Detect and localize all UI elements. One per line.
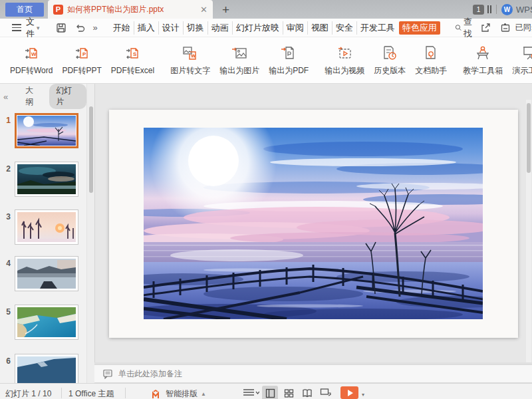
tab-security[interactable]: 安全 [332, 21, 356, 35]
slide-thumbnail-4[interactable] [15, 256, 78, 291]
normal-view-button[interactable] [262, 386, 278, 399]
document-tab[interactable]: P 如何将PPT输出为图片.pptx ✕ [48, 0, 213, 19]
export-as-pdf-label: 输出为PDF [269, 65, 309, 76]
tab-outline[interactable]: 大纲 [25, 85, 41, 108]
smart-layout-icon [152, 390, 162, 399]
thumbnail-image-storm [17, 164, 76, 194]
slide-1-canvas[interactable] [109, 110, 518, 338]
export-as-image-icon [231, 45, 248, 62]
thumbnail-image-coast [17, 307, 76, 337]
scrollbar-thumb[interactable] [527, 103, 531, 173]
presentation-tools-label: 演示工具 [512, 65, 532, 76]
smart-layout-label: 智能排版 [166, 388, 198, 399]
more-commands-icon[interactable]: » [93, 23, 98, 33]
history-version-icon [381, 45, 398, 62]
pdf-to-ppt-button[interactable]: P PDF转PPT [57, 40, 106, 81]
pdf-to-word-icon: W [23, 45, 40, 62]
scrollbar-thumb[interactable] [89, 106, 93, 193]
tab-review[interactable]: 审阅 [283, 21, 307, 35]
tab-design[interactable]: 设计 [158, 21, 183, 35]
pdf-to-ppt-icon: P [73, 45, 90, 62]
hamburger-menu-icon[interactable] [12, 24, 21, 31]
window-list-icon[interactable] [487, 5, 491, 13]
tab-view[interactable]: 视图 [307, 21, 332, 35]
undo-icon[interactable] [74, 23, 85, 33]
notes-toggle-button[interactable] [242, 387, 259, 399]
wps-account-icon[interactable]: W [501, 4, 513, 15]
statusbar: 幻灯片 1 / 10 1 Office 主题 智能排版 ▲ ▾ [0, 383, 532, 399]
image-to-text-button[interactable]: 图片转文字 [166, 40, 215, 81]
tab-animation[interactable]: 动画 [207, 21, 232, 35]
wps-presentation-icon: P [53, 5, 63, 15]
image-to-text-label: 图片转文字 [170, 65, 210, 76]
teaching-toolbox-label: 教学工具箱 [463, 65, 503, 76]
close-tab-icon[interactable]: ✕ [200, 5, 207, 15]
canvas-scrollbar[interactable] [526, 100, 531, 362]
slide-number: 4 [0, 259, 11, 268]
export-as-pdf-button[interactable]: 输出为PDF [264, 40, 313, 81]
tab-developer[interactable]: 开发工具 [356, 21, 398, 35]
chevron-down-icon[interactable]: ▾ [37, 25, 40, 31]
tab-start[interactable]: 开始 [110, 21, 134, 35]
find-button[interactable]: 查找 [455, 16, 475, 40]
divider [496, 5, 497, 14]
new-tab-button[interactable]: + [222, 3, 229, 16]
chevron-down-icon[interactable]: ▾ [362, 392, 364, 398]
slide-thumbnail-3[interactable] [15, 209, 78, 245]
sidebar-scrollbar[interactable] [86, 84, 94, 383]
document-assistant-button[interactable]: 文档助手 [410, 40, 452, 81]
search-icon [455, 23, 462, 33]
tab-slideshow[interactable]: 幻灯片放映 [232, 21, 283, 35]
thumbnail-image-mountain [17, 356, 76, 386]
tab-insert[interactable]: 插入 [134, 21, 158, 35]
slide-thumbnail-2[interactable] [15, 162, 78, 197]
theme-name[interactable]: 1 Office 主题 [68, 388, 114, 399]
pdf-to-excel-button[interactable]: S PDF转Excel [106, 40, 159, 81]
slide-thumbnail-1[interactable] [15, 113, 78, 148]
slideshow-setup-button[interactable] [317, 386, 333, 399]
notes-bar[interactable]: 单击此处添加备注 [94, 364, 532, 383]
pdf-to-word-label: PDF转Word [10, 65, 53, 76]
teaching-toolbox-button[interactable]: 教学工具箱 [458, 40, 507, 81]
slide-panel: « 大纲 幻灯片 1 [0, 84, 86, 383]
new-note-icon[interactable] [500, 23, 511, 33]
play-slideshow-button[interactable] [340, 386, 358, 399]
home-tab[interactable]: 首页 [5, 3, 44, 17]
tab-transition[interactable]: 切换 [183, 21, 207, 35]
export-as-image-button[interactable]: 输出为图片 [215, 40, 264, 81]
save-icon[interactable] [56, 23, 66, 33]
history-version-label: 历史版本 [374, 65, 406, 76]
smart-layout-button[interactable]: 智能排版 ▲ [152, 388, 206, 399]
share-icon[interactable] [480, 23, 491, 33]
collapse-panel-icon[interactable]: « [3, 92, 8, 102]
thumbnail-image-lake [17, 259, 76, 289]
slide-thumbnail-5[interactable] [15, 305, 78, 340]
play-icon [348, 390, 353, 396]
teaching-toolbox-icon [474, 45, 491, 62]
tab-slides[interactable]: 幻灯片 [49, 84, 86, 109]
notes-icon [102, 368, 113, 379]
editing-canvas [94, 84, 532, 362]
tab-special-features[interactable]: 特色应用 [399, 21, 440, 35]
export-as-video-button[interactable]: 输出为视频 [320, 40, 369, 81]
document-assistant-icon [422, 45, 440, 62]
image-to-text-icon [182, 45, 199, 62]
ribbon-toolbar: W PDF转Word P PDF转PPT S PDF转Excel [0, 37, 532, 84]
presentation-tools-button[interactable]: 演示工具 ▾ [507, 40, 532, 81]
presentation-tools-icon [521, 45, 532, 62]
menubar: 文件 ▾ » 开始 插入 设计 切换 动画 幻灯片放映 审阅 视图 安全 开发工… [0, 19, 532, 37]
reading-view-button[interactable] [299, 386, 315, 399]
slide-number: 3 [0, 212, 11, 221]
history-version-button[interactable]: 历史版本 [369, 40, 410, 81]
slide-sorter-view-button[interactable] [281, 386, 297, 399]
ribbon-tabs: 开始 插入 设计 切换 动画 幻灯片放映 审阅 视图 安全 开发工具 特色应用 [110, 19, 440, 37]
file-menu[interactable]: 文件 [26, 16, 35, 40]
tab-count-badge[interactable]: 1 [473, 5, 484, 15]
thumbnail-image-frost [17, 212, 76, 242]
sync-status[interactable]: 已同步 [515, 22, 532, 33]
winter-lake-image [144, 128, 483, 319]
pdf-to-word-button[interactable]: W PDF转Word [5, 40, 57, 81]
pdf-to-ppt-label: PDF转PPT [62, 65, 101, 76]
slide-photo-winter-lake[interactable] [144, 128, 483, 319]
divider [61, 388, 62, 398]
